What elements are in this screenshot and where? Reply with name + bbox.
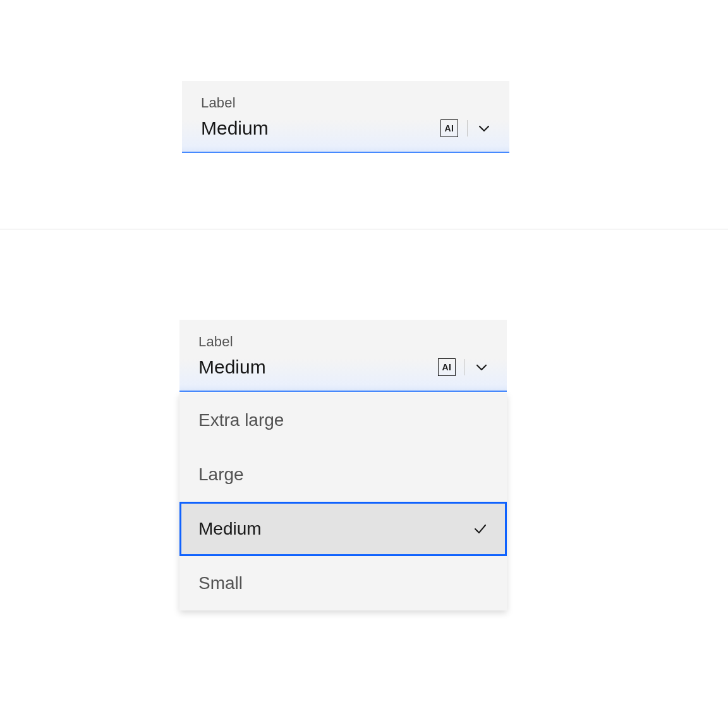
dropdown-listbox: Extra large Large Medium Small xyxy=(179,393,507,610)
dropdown-open[interactable]: Label Medium AI xyxy=(179,320,507,392)
option-label: Extra large xyxy=(198,410,284,430)
option-label: Large xyxy=(198,464,244,485)
option-label: Small xyxy=(198,573,243,593)
dropdown-closed[interactable]: Label Medium AI xyxy=(182,81,509,153)
dropdown-icons: AI xyxy=(440,119,492,137)
option-label: Medium xyxy=(198,519,262,539)
dropdown-label: Label xyxy=(198,334,489,350)
chevron-down-icon[interactable] xyxy=(476,121,492,136)
separator-icon xyxy=(464,359,465,375)
horizontal-divider xyxy=(0,229,728,229)
dropdown-row: Medium AI xyxy=(201,118,492,139)
dropdown-option-small[interactable]: Small xyxy=(179,556,507,610)
ai-badge-icon: AI xyxy=(438,358,456,376)
dropdown-option-extra-large[interactable]: Extra large xyxy=(179,393,507,447)
dropdown-option-large[interactable]: Large xyxy=(179,447,507,502)
separator-icon xyxy=(467,120,468,136)
dropdown-option-medium[interactable]: Medium xyxy=(179,502,507,556)
dropdown-value: Medium xyxy=(201,118,269,139)
ai-badge-icon: AI xyxy=(440,119,458,137)
dropdown-value: Medium xyxy=(198,356,266,378)
dropdown-row: Medium AI xyxy=(198,356,489,378)
checkmark-icon xyxy=(473,521,488,537)
dropdown-label: Label xyxy=(201,95,492,111)
dropdown-icons: AI xyxy=(438,358,489,376)
chevron-down-icon[interactable] xyxy=(474,360,489,375)
